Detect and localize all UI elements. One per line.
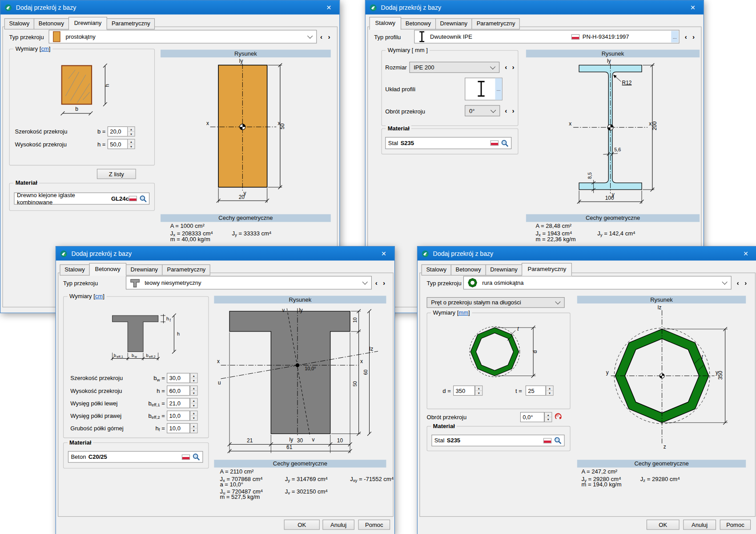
next-size-button[interactable]: › (510, 62, 517, 72)
beff2-stepper[interactable]: ▲▼ (190, 411, 197, 421)
hf-stepper[interactable]: ▲▼ (190, 423, 197, 433)
rotation-label: Obrót przekroju (427, 414, 467, 421)
width-stepper[interactable]: ▲▼ (127, 126, 135, 137)
prev-section-button[interactable]: ‹ (373, 278, 380, 287)
beff1-input[interactable] (167, 398, 190, 408)
next-rotation-button[interactable]: › (510, 105, 517, 115)
t-stepper[interactable]: ▲▼ (546, 385, 553, 396)
tab-betonowy[interactable]: Betonowy (401, 18, 436, 29)
d-stepper[interactable]: ▲▼ (475, 385, 483, 396)
material-field[interactable]: Beton C20/25 (68, 451, 203, 463)
profile-type-combobox[interactable]: Dwuteownik IPE PN-H-93419:1997 ... (414, 30, 679, 43)
prev-size-button[interactable]: ‹ (503, 62, 510, 72)
hf-input[interactable] (167, 423, 190, 433)
material-group-label: Materiał (431, 423, 457, 429)
rotation-combobox[interactable]: 0° (465, 105, 500, 116)
tab-betonowy[interactable]: Betonowy (89, 263, 126, 276)
tab-parametryczny[interactable]: Parametryczny (162, 264, 210, 275)
h-input[interactable] (167, 385, 190, 396)
bw-input[interactable] (167, 373, 190, 383)
tab-parametryczny[interactable]: Parametryczny (107, 18, 155, 29)
cancel-button[interactable]: Anuluj (683, 520, 716, 530)
section-drawing: ly x x 50 y 20 (161, 57, 331, 206)
next-section-button[interactable]: › (380, 278, 387, 287)
titlebar[interactable]: Dodaj przekrój z bazy ✕ (56, 247, 394, 260)
browse-profiles-button[interactable]: ... (671, 31, 678, 42)
geometry-area: A = 247,2 cm² (582, 469, 618, 475)
section-type-combobox[interactable]: teowy niesymetryczny (126, 276, 372, 289)
magnifier-icon[interactable] (554, 437, 562, 444)
tab-parametryczny[interactable]: Parametryczny (522, 263, 572, 276)
rotate-90-icon[interactable]: 90° (555, 413, 563, 421)
tab-drewniany[interactable]: Drewniany (486, 264, 523, 275)
close-icon[interactable]: ✕ (682, 0, 704, 14)
svg-text:x: x (360, 358, 363, 364)
prev-section-button[interactable]: ‹ (318, 32, 325, 42)
tab-drewniany[interactable]: Drewniany (435, 18, 472, 29)
next-section-button[interactable]: › (742, 278, 749, 287)
magnifier-icon[interactable] (193, 453, 200, 461)
titlebar[interactable]: Dodaj przekrój z bazy ✕ (0, 0, 339, 14)
tab-drewniany[interactable]: Drewniany (68, 17, 107, 30)
height-stepper[interactable]: ▲▼ (127, 139, 135, 149)
ok-button[interactable]: OK (284, 520, 320, 530)
rotation-stepper[interactable]: ▲▼ (544, 412, 552, 422)
cancel-button[interactable]: Anuluj (322, 520, 354, 530)
unit-link[interactable]: mm (458, 309, 468, 316)
window-title: Dodaj przekrój z bazy (71, 250, 132, 257)
material-field[interactable]: Stal S235 (431, 435, 564, 446)
ok-button[interactable]: OK (647, 520, 680, 530)
h-stepper[interactable]: ▲▼ (190, 385, 197, 396)
from-list-button[interactable]: Z listy (97, 169, 136, 179)
geometry-jy: Jy = 33333 cm4 (232, 230, 272, 239)
close-icon[interactable]: ✕ (318, 0, 340, 14)
prev-profile-button[interactable]: ‹ (682, 32, 689, 42)
d-label: d = (442, 388, 450, 394)
size-combobox[interactable]: IPE 200 (409, 62, 499, 73)
rotation-input[interactable] (520, 412, 544, 422)
browse-layout-button[interactable]: ... (495, 78, 502, 100)
tab-parametryczny[interactable]: Parametryczny (472, 18, 520, 29)
material-field[interactable]: Stal S235 (385, 137, 511, 149)
ipe-profile-icon (418, 31, 425, 42)
width-input[interactable] (108, 126, 128, 137)
tab-stalowy[interactable]: Stalowy (422, 264, 451, 275)
prev-section-button[interactable]: ‹ (734, 278, 741, 287)
tab-drewniany[interactable]: Drewniany (126, 264, 163, 275)
material-group-label: Materiał (68, 439, 93, 446)
app-icon (4, 4, 12, 11)
tab-stalowy[interactable]: Stalowy (4, 18, 34, 29)
unit-link[interactable]: cm (41, 45, 48, 52)
titlebar[interactable]: Dodaj przekrój z bazy ✕ (418, 247, 756, 260)
prev-rotation-button[interactable]: ‹ (503, 105, 510, 115)
section-type-combobox[interactable]: rura ośmiokątna (463, 276, 732, 289)
tab-betonowy[interactable]: Betonowy (451, 264, 486, 275)
bar-type-combobox[interactable]: Pręt o przekroju stałym na długości (427, 297, 565, 308)
magnifier-icon[interactable] (139, 194, 147, 202)
tab-stalowy[interactable]: Stalowy (60, 264, 89, 275)
titlebar[interactable]: Dodaj przekrój z bazy ✕ (366, 0, 704, 14)
tab-betonowy[interactable]: Betonowy (34, 18, 69, 29)
material-field[interactable]: Drewno klejone iglaste kombinowane GL24c (14, 193, 149, 205)
svg-text:90°: 90° (555, 414, 560, 417)
next-profile-button[interactable]: › (690, 32, 697, 42)
svg-text:50: 50 (279, 123, 286, 129)
size-value: IPE 200 (414, 64, 434, 71)
section-type-combobox[interactable]: prostokątny (49, 30, 317, 43)
bw-stepper[interactable]: ▲▼ (190, 373, 197, 383)
help-button[interactable]: Pomoc (720, 520, 751, 530)
tab-stalowy[interactable]: Stalowy (369, 17, 401, 30)
profile-layout-box[interactable]: ... (465, 78, 503, 101)
magnifier-icon[interactable] (501, 139, 508, 147)
help-button[interactable]: Pomoc (358, 520, 390, 530)
next-section-button[interactable]: › (326, 32, 333, 42)
unit-link[interactable]: cm (95, 293, 103, 299)
t-input[interactable] (526, 385, 546, 396)
close-icon[interactable]: ✕ (373, 247, 394, 260)
beff2-input[interactable] (167, 411, 190, 421)
d-input[interactable] (453, 385, 475, 396)
close-icon[interactable]: ✕ (735, 247, 756, 260)
beff1-stepper[interactable]: ▲▼ (190, 398, 197, 408)
desktop: Dodaj przekrój z bazy ✕ Stalowy Betonowy… (0, 0, 756, 534)
height-input[interactable] (108, 139, 128, 149)
